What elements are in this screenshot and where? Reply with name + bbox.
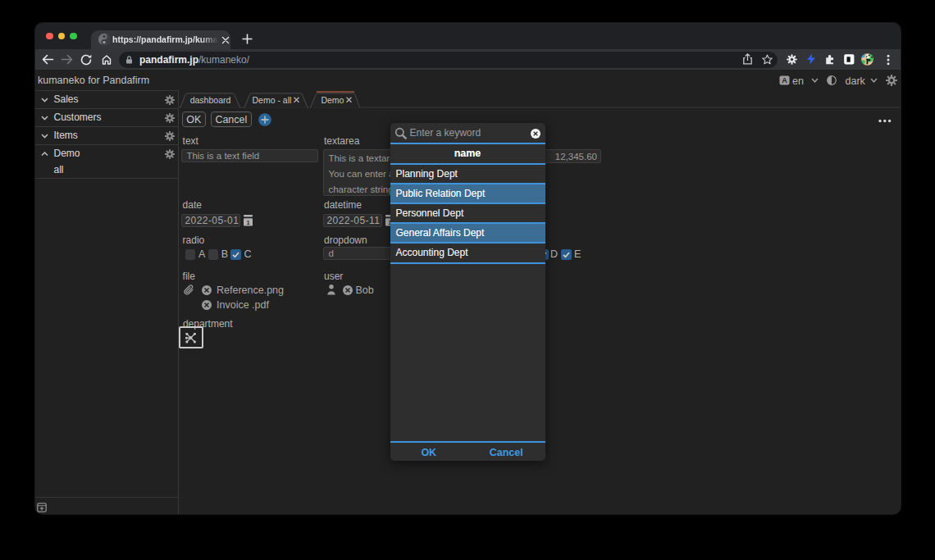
svg-text:A: A	[782, 76, 787, 84]
svg-text:Demo - all: Demo - all	[253, 95, 292, 105]
svg-text:Demo: Demo	[321, 95, 344, 105]
svg-text:dashboard: dashboard	[190, 95, 231, 105]
svg-text:1: 1	[246, 218, 249, 225]
